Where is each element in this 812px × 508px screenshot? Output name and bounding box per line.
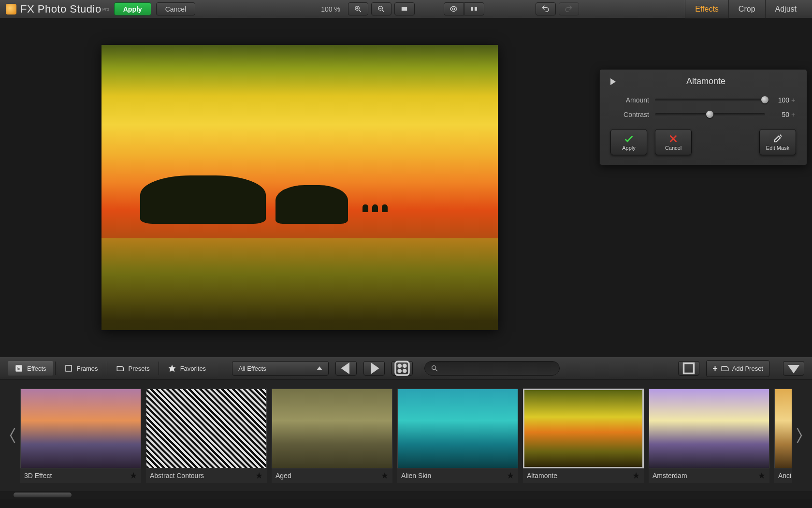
tab-fx-effects[interactable]: fx Effects xyxy=(8,361,53,376)
thumbnail-label-row: Abstract Contours★ xyxy=(146,468,267,483)
slider-knob[interactable] xyxy=(761,96,768,103)
svg-marker-17 xyxy=(341,363,350,375)
search-input[interactable] xyxy=(442,365,553,372)
triangle-down-icon xyxy=(783,358,804,378)
thumbnail-item[interactable]: Amsterdam★ xyxy=(649,389,769,483)
filter-category-select[interactable]: All Effects xyxy=(232,361,329,376)
photo-decor xyxy=(140,175,266,224)
svg-rect-9 xyxy=(471,7,474,11)
thumbnail-item[interactable]: Altamonte★ xyxy=(523,389,644,483)
canvas-wrap xyxy=(0,18,599,357)
edit-mask-button[interactable]: Edit Mask xyxy=(759,129,796,155)
panel-cancel-button[interactable]: Cancel xyxy=(655,129,692,155)
prev-effect-button[interactable] xyxy=(335,361,357,376)
thumbnail-item[interactable]: Abstract Contours★ xyxy=(146,389,267,483)
thumb-scrollbar[interactable] xyxy=(0,491,812,499)
filter-category-label: All Effects xyxy=(238,365,266,372)
redo-icon xyxy=(565,5,573,13)
chevron-right-icon xyxy=(794,426,804,445)
preview-eye-button[interactable] xyxy=(444,2,464,15)
preview-image[interactable] xyxy=(102,45,498,330)
split-icon xyxy=(470,5,478,13)
zoom-group: 100 % xyxy=(321,2,415,15)
favorite-star-icon[interactable]: ★ xyxy=(130,470,137,481)
expand-icon[interactable] xyxy=(610,78,616,85)
cancel-button[interactable]: Cancel xyxy=(156,2,196,15)
scroll-right-button[interactable] xyxy=(792,397,806,474)
thumbnail-label-row: Amsterdam★ xyxy=(649,468,769,483)
search-field[interactable] xyxy=(424,361,560,376)
thumbnail-item[interactable]: Aged★ xyxy=(272,389,392,483)
zoom-in-button[interactable] xyxy=(348,2,368,15)
edit-mask-label: Edit Mask xyxy=(766,145,789,151)
effect-name: Altamonte xyxy=(616,76,796,87)
tab-frames-label: Frames xyxy=(77,365,98,372)
tab-effects[interactable]: Effects xyxy=(685,0,728,18)
favorite-star-icon[interactable]: ★ xyxy=(255,470,263,481)
thumbnails-container: 3D Effect★Abstract Contours★Aged★Alien S… xyxy=(20,389,792,483)
thumbnail-image xyxy=(774,389,792,468)
slider-amount[interactable] xyxy=(655,99,765,102)
panel-action-buttons: Apply Cancel Edit Mask xyxy=(610,129,796,155)
divider xyxy=(55,362,56,375)
thumbnail-item[interactable]: 3D Effect★ xyxy=(20,389,141,483)
apply-button[interactable]: Apply xyxy=(114,2,151,15)
mode-tabs: Effects Crop Adjust xyxy=(685,0,806,18)
svg-text:fx: fx xyxy=(17,366,21,371)
slider-amount-plus[interactable]: + xyxy=(791,96,796,104)
zoom-fit-button[interactable] xyxy=(394,2,415,15)
search-icon xyxy=(431,364,438,372)
slider-contrast[interactable] xyxy=(655,113,765,116)
thumbnail-label: Altamonte xyxy=(527,472,557,479)
redo-button[interactable] xyxy=(559,2,579,15)
slider-contrast-plus[interactable]: + xyxy=(791,111,796,118)
tab-presets[interactable]: Presets xyxy=(109,361,157,376)
tab-frames[interactable]: Frames xyxy=(58,361,105,376)
preview-seg-group xyxy=(444,2,484,15)
favorite-star-icon[interactable]: ★ xyxy=(758,470,766,481)
favorite-star-icon[interactable]: ★ xyxy=(381,470,389,481)
thumbnail-item[interactable]: Alien Skin★ xyxy=(397,389,518,483)
add-preset-button[interactable]: + Add Preset xyxy=(706,360,769,377)
undo-button[interactable] xyxy=(536,2,556,15)
tab-crop[interactable]: Crop xyxy=(728,0,765,18)
slider-knob[interactable] xyxy=(706,111,713,118)
thumbnail-image xyxy=(649,389,769,468)
thumbnail-strip: 3D Effect★Abstract Contours★Aged★Alien S… xyxy=(0,380,812,491)
svg-marker-27 xyxy=(788,365,800,374)
thumbnail-label: Aged xyxy=(276,472,291,479)
effect-settings-panel: Altamonte Amount 100 + Contrast 50 + App… xyxy=(599,69,807,165)
thumbnail-image xyxy=(272,389,392,468)
panel-apply-label: Apply xyxy=(622,145,636,151)
fx-icon: fx xyxy=(14,364,23,373)
slider-amount-value: 100 xyxy=(769,96,789,104)
caret-up-icon xyxy=(317,366,322,370)
thumbnail-item[interactable]: Anci★ xyxy=(774,389,792,483)
svg-rect-26 xyxy=(684,363,694,374)
favorite-star-icon[interactable]: ★ xyxy=(507,470,514,481)
photo-decor xyxy=(372,204,378,212)
thumb-size-button[interactable] xyxy=(678,361,699,376)
scrollbar-handle[interactable] xyxy=(14,493,72,497)
favorite-star-icon[interactable]: ★ xyxy=(632,470,640,481)
presets-icon xyxy=(116,364,125,373)
folder-icon xyxy=(721,364,729,373)
slider-amount-label: Amount xyxy=(610,96,649,104)
random-effect-button[interactable] xyxy=(392,361,413,376)
zoom-out-button[interactable] xyxy=(371,2,392,15)
next-effect-button[interactable] xyxy=(363,361,385,376)
scroll-left-button[interactable] xyxy=(6,397,20,474)
tab-adjust[interactable]: Adjust xyxy=(765,0,806,18)
compare-split-button[interactable] xyxy=(464,2,484,15)
svg-line-25 xyxy=(435,369,437,371)
zoom-in-icon xyxy=(354,5,362,13)
svg-line-1 xyxy=(359,10,361,12)
panel-cancel-label: Cancel xyxy=(665,145,682,151)
undo-redo-group xyxy=(533,2,579,15)
panel-apply-button[interactable]: Apply xyxy=(610,129,647,155)
collapse-tray-button[interactable] xyxy=(783,361,804,376)
photo-decor xyxy=(382,204,388,212)
photo-decor xyxy=(276,185,348,224)
tab-favorites[interactable]: Favorites xyxy=(161,361,213,376)
frames-icon xyxy=(64,364,73,373)
